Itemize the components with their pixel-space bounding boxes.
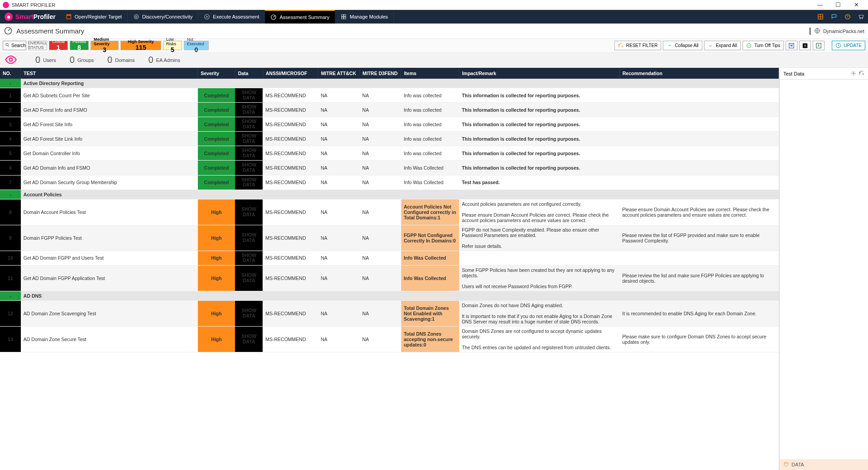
group-toggle[interactable]: -: [0, 79, 21, 88]
col-header[interactable]: TEST: [21, 68, 198, 79]
show-data-button[interactable]: SHOWDATA: [235, 300, 263, 326]
counter-groups: 0Groups: [70, 55, 94, 65]
nav-icon-1[interactable]: [814, 10, 827, 24]
tile-medium[interactable]: Medium Severity3: [91, 41, 119, 50]
counter-admins: 0EA Admins: [149, 55, 180, 65]
show-data-button[interactable]: SHOWDATA: [235, 199, 263, 225]
show-data-button[interactable]: SHOWDATA: [235, 88, 263, 103]
turnoff-tips-button[interactable]: Turn Off Tips: [743, 41, 784, 50]
row-test: Get AD Domain Security Group Membership: [21, 175, 198, 190]
update-button[interactable]: UPDATE: [832, 41, 865, 50]
col-header[interactable]: MITRE ATT&CK: [318, 68, 360, 79]
grid-wrap[interactable]: NO.TESTSeverityDataANSSI/MICROSOFMITRE A…: [0, 68, 779, 470]
tile-notexecuted[interactable]: Not Executed0: [184, 41, 209, 50]
sidepanel-refresh-icon[interactable]: [859, 71, 864, 77]
tile-low[interactable]: Low Risks5: [163, 41, 182, 50]
export-excel-button[interactable]: X: [813, 41, 825, 50]
group-row[interactable]: -AD DNS: [0, 291, 779, 300]
table-row[interactable]: 9Domain FGPP Policies TestHighSHOWDATAMS…: [0, 225, 779, 251]
group-row[interactable]: -Account Policies: [0, 190, 779, 199]
col-header[interactable]: Recommendation: [619, 68, 778, 79]
row-reco: Please ensure Domain Account Policies ar…: [619, 199, 778, 225]
show-data-button[interactable]: SHOWDATA: [235, 161, 263, 175]
col-header[interactable]: MITRE D3FEND: [360, 68, 401, 79]
counter-users: 0Users: [35, 55, 56, 65]
table-row[interactable]: 4Get AD Forest Site Link InfoCompletedSH…: [0, 132, 779, 146]
sidepanel-data-tab[interactable]: DATA: [780, 459, 868, 470]
show-data-button[interactable]: SHOWDATA: [235, 326, 263, 352]
export-html-button[interactable]: 5: [799, 41, 811, 50]
svg-rect-9: [344, 17, 346, 19]
nav-open[interactable]: Open/Register Target: [60, 10, 128, 24]
reset-filter-button[interactable]: RESET FILTER: [614, 41, 662, 50]
svg-point-24: [10, 58, 13, 61]
expand-all-button[interactable]: Expand All: [704, 41, 741, 50]
nav-modules[interactable]: Manage Modules: [335, 10, 393, 24]
show-data-button[interactable]: SHOWDATA: [235, 103, 263, 117]
group-toggle[interactable]: -: [0, 190, 21, 199]
row-no: 12: [0, 300, 21, 326]
col-header[interactable]: Data: [235, 68, 263, 79]
close-button[interactable]: ✕: [847, 0, 865, 10]
table-row[interactable]: 6Get AD Domain Info and FSMOCompletedSHO…: [0, 161, 779, 175]
row-severity: High: [198, 265, 235, 291]
table-row[interactable]: 3Get AD Forest Site InfoCompletedSHOWDAT…: [0, 117, 779, 132]
col-header[interactable]: ANSSI/MICROSOF: [263, 68, 318, 79]
brand-text-2: Profiler: [34, 13, 56, 20]
show-data-button[interactable]: SHOWDATA: [235, 175, 263, 190]
show-data-button[interactable]: SHOWDATA: [235, 117, 263, 132]
table-row[interactable]: 12AD Domain Zone Scavenging TestHighSHOW…: [0, 300, 779, 326]
nav-icon-help[interactable]: ?: [841, 10, 854, 24]
svg-point-2: [134, 14, 138, 19]
show-data-button[interactable]: SHOWDATA: [235, 146, 263, 161]
col-header[interactable]: Impact/Remark: [459, 68, 619, 79]
table-row[interactable]: 11Get AD Domain FGPP Application TestHig…: [0, 265, 779, 291]
show-data-button[interactable]: SHOWDATA: [235, 251, 263, 265]
table-row[interactable]: 13AD Domain Zone Secure TestHighSHOWDATA…: [0, 326, 779, 352]
row-attck: NA: [318, 146, 360, 161]
row-anssi: MS-RECOMMEND: [263, 117, 318, 132]
nav-execute[interactable]: Execute Assessment: [198, 10, 265, 24]
nav-summary[interactable]: Assessment Summary: [265, 10, 335, 24]
group-toggle[interactable]: -: [0, 291, 21, 300]
table-row[interactable]: 8Domain Account Policies TestHighSHOWDAT…: [0, 199, 779, 225]
sidepanel-gear-icon[interactable]: [851, 71, 856, 77]
tile-high[interactable]: High Severity115: [120, 41, 161, 50]
tile-passed[interactable]: Passed8: [70, 41, 89, 50]
table-row[interactable]: 7Get AD Domain Security Group Membership…: [0, 175, 779, 190]
row-items: Total DNS Zones accepting non-secure upd…: [401, 326, 459, 352]
assessment-grid: NO.TESTSeverityDataANSSI/MICROSOFMITRE A…: [0, 68, 779, 352]
brand-right-text: DynamicPacks.net: [823, 28, 864, 34]
row-anssi: MS-RECOMMEND: [263, 300, 318, 326]
row-d3fend: NA: [360, 251, 401, 265]
col-header[interactable]: NO.: [0, 68, 21, 79]
minimize-button[interactable]: —: [811, 0, 829, 10]
nav-discovery[interactable]: Discovery/Connectivity: [128, 10, 198, 24]
nav-icon-cart[interactable]: [854, 10, 868, 24]
group-row[interactable]: -Active Directory Reporting: [0, 79, 779, 88]
table-row[interactable]: 1Get AD Subnets Count Per SiteCompletedS…: [0, 88, 779, 103]
table-row[interactable]: 2Get AD Forest Info and FSMOCompletedSHO…: [0, 103, 779, 117]
row-no: 4: [0, 132, 21, 146]
table-row[interactable]: 5Get Domain Controller InfoCompletedSHOW…: [0, 146, 779, 161]
show-data-button[interactable]: SHOWDATA: [235, 132, 263, 146]
row-test: Get AD Forest Site Link Info: [21, 132, 198, 146]
row-anssi: MS-RECOMMEND: [263, 146, 318, 161]
export-word-button[interactable]: W: [786, 41, 797, 50]
show-data-button[interactable]: SHOWDATA: [235, 225, 263, 251]
tile-critical[interactable]: Critical1: [49, 41, 68, 50]
svg-point-25: [853, 72, 854, 74]
collapse-all-button[interactable]: Collapse All: [663, 41, 702, 50]
maximize-button[interactable]: ☐: [829, 0, 847, 10]
row-attck: NA: [318, 265, 360, 291]
titlebar: SMART PROFILER — ☐ ✕: [0, 0, 868, 10]
col-header[interactable]: Severity: [198, 68, 235, 79]
col-header[interactable]: Items: [401, 68, 459, 79]
table-row[interactable]: 10Get AD Domain FGPP and Users TestHighS…: [0, 251, 779, 265]
row-d3fend: NA: [360, 175, 401, 190]
row-items: Info was collected: [401, 117, 459, 132]
search-button[interactable]: Search: [3, 41, 26, 50]
group-label: Account Policies: [21, 190, 779, 199]
show-data-button[interactable]: SHOWDATA: [235, 265, 263, 291]
nav-icon-chat[interactable]: [827, 10, 841, 24]
